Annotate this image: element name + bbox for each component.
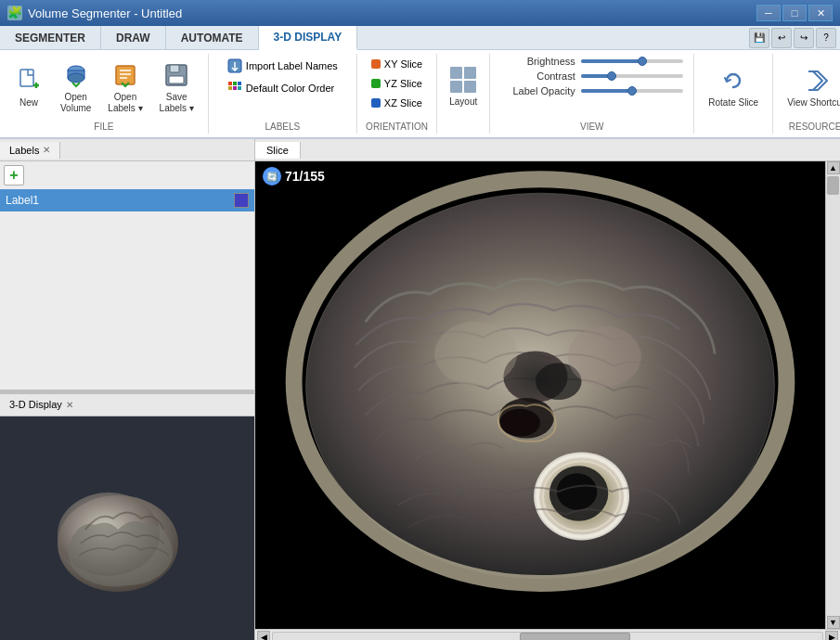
rotate-slice-button[interactable]: Rotate Slice xyxy=(702,61,765,113)
contrast-slider[interactable] xyxy=(581,74,683,78)
new-label: New xyxy=(19,97,38,109)
minimize-button[interactable]: ─ xyxy=(756,5,781,21)
import-label-names-label: Import Label Names xyxy=(246,60,338,71)
default-color-order-label: Default Color Order xyxy=(246,83,334,94)
label-opacity-row: Label Opacity xyxy=(501,85,683,96)
brightness-thumb[interactable] xyxy=(638,57,647,66)
display-3d-close[interactable]: ✕ xyxy=(66,400,73,410)
vert-scroll-thumb[interactable] xyxy=(827,176,839,195)
new-button[interactable]: New xyxy=(7,61,50,113)
file-group-label: FILE xyxy=(94,122,113,132)
labels-tab[interactable]: Labels ✕ xyxy=(0,142,60,159)
tab-automate[interactable]: AUTOMATE xyxy=(166,26,259,49)
tab-draw[interactable]: DRAW xyxy=(101,26,166,49)
tab-3d-display[interactable]: 3-D DISPLAY xyxy=(259,26,358,50)
left-panel: Labels ✕ + Label1 3-D Display ✕ xyxy=(0,139,255,640)
vertical-scrollbar[interactable]: ▲ ▼ xyxy=(825,161,840,629)
svg-rect-17 xyxy=(238,82,241,85)
svg-rect-11 xyxy=(170,65,179,72)
label-opacity-thumb[interactable] xyxy=(627,86,637,96)
display-3d-tab[interactable]: 3-D Display ✕ xyxy=(0,396,83,413)
labels-tab-close[interactable]: ✕ xyxy=(43,145,50,155)
brightness-slider[interactable] xyxy=(581,59,683,63)
svg-rect-18 xyxy=(228,86,232,90)
label-opacity-fill xyxy=(581,89,632,93)
file-group: New OpenVolume xyxy=(0,54,209,134)
ribbon-redo-btn[interactable]: ↪ xyxy=(794,28,814,48)
slice-tab[interactable]: Slice xyxy=(255,142,301,159)
ribbon-help-btn[interactable]: ? xyxy=(816,28,836,48)
open-volume-button[interactable]: OpenVolume xyxy=(54,56,97,119)
xz-dot xyxy=(371,98,381,108)
import-label-names-button[interactable]: Import Label Names xyxy=(221,56,344,76)
xy-slice-label: XY Slice xyxy=(384,58,422,70)
layout-cell-4 xyxy=(464,81,476,93)
rotate-icon xyxy=(718,66,748,96)
svg-rect-19 xyxy=(233,86,237,90)
layout-cell-2 xyxy=(464,67,476,79)
close-button[interactable]: ✕ xyxy=(808,5,833,21)
shortcuts-group-content: View Shortcuts xyxy=(781,56,840,132)
svg-point-5 xyxy=(68,73,84,83)
labels-group: Import Label Names Default Color Order L… xyxy=(209,54,357,134)
layout-grid-icon xyxy=(450,67,476,93)
display-3d-label: 3-D Display xyxy=(9,399,62,410)
labels-tab-label: Labels xyxy=(9,145,39,156)
contrast-row: Contrast xyxy=(501,70,683,82)
view-group-content: Brightness Contrast Label Opacity xyxy=(501,56,683,132)
label-item-label1[interactable]: Label1 xyxy=(0,189,254,211)
ribbon-save-btn[interactable]: 💾 xyxy=(749,28,769,48)
default-color-order-button[interactable]: Default Color Order xyxy=(221,78,341,98)
scroll-track[interactable] xyxy=(272,632,823,641)
svg-rect-12 xyxy=(169,76,184,83)
display-3d-header: 3-D Display ✕ xyxy=(0,394,254,416)
xy-dot xyxy=(371,59,381,69)
label1-name: Label1 xyxy=(6,194,39,207)
tab-segmenter[interactable]: SEGMENTER xyxy=(0,26,101,49)
svg-point-36 xyxy=(499,409,540,437)
scroll-up-arrow[interactable]: ▲ xyxy=(827,161,840,174)
view-group: Brightness Contrast Label Opacity xyxy=(490,54,694,134)
save-labels-button[interactable]: SaveLabels ▾ xyxy=(153,56,200,119)
orientation-group: XY Slice YZ Slice XZ Slice ORIENTATION xyxy=(357,54,437,134)
vert-scroll-track[interactable] xyxy=(826,174,840,616)
yz-dot xyxy=(371,79,381,88)
add-label-button[interactable]: + xyxy=(4,165,24,186)
import-icon xyxy=(227,58,242,73)
scroll-right-arrow[interactable]: ▶ xyxy=(825,631,838,641)
label-opacity-label: Label Opacity xyxy=(501,85,575,96)
yz-slice-label: YZ Slice xyxy=(384,78,422,89)
scroll-left-arrow[interactable]: ◀ xyxy=(257,631,270,641)
brightness-label: Brightness xyxy=(501,56,575,67)
orientation-group-label: ORIENTATION xyxy=(366,122,428,132)
horizontal-scrollbar: ◀ ▶ xyxy=(255,629,840,640)
scroll-thumb[interactable] xyxy=(520,633,629,641)
maximize-button[interactable]: □ xyxy=(782,5,807,21)
labels-content: + Label1 xyxy=(0,161,254,390)
brain-3d-svg xyxy=(34,455,220,604)
label-opacity-slider[interactable] xyxy=(581,89,683,93)
slice-main: 🔄 71/155 xyxy=(255,161,840,629)
slice-canvas[interactable]: 🔄 71/155 xyxy=(255,161,825,629)
yz-slice-button[interactable]: YZ Slice xyxy=(365,75,429,92)
title-bar-left: 🧩 Volume Segmenter - Untitled xyxy=(7,6,182,20)
svg-rect-0 xyxy=(20,70,33,86)
mri-brain-svg xyxy=(255,161,825,629)
brightness-row: Brightness xyxy=(501,56,683,67)
shortcuts-group: View Shortcuts RESOURCES xyxy=(773,54,840,134)
scroll-down-arrow[interactable]: ▼ xyxy=(827,616,840,629)
rotate-group: Rotate Slice xyxy=(694,54,773,134)
layout-group: Layout xyxy=(437,54,490,134)
svg-rect-16 xyxy=(233,82,237,85)
view-shortcuts-button[interactable]: View Shortcuts xyxy=(781,61,840,113)
app-icon: 🧩 xyxy=(7,6,22,20)
layout-button[interactable]: Layout xyxy=(445,62,482,112)
contrast-thumb[interactable] xyxy=(607,71,616,81)
xy-slice-button[interactable]: XY Slice xyxy=(365,56,429,72)
window-title: Volume Segmenter - Untitled xyxy=(28,6,182,20)
save-labels-icon xyxy=(162,60,191,90)
xz-slice-button[interactable]: XZ Slice xyxy=(365,95,429,111)
ribbon-undo-btn[interactable]: ↩ xyxy=(771,28,792,48)
svg-rect-6 xyxy=(116,66,135,84)
open-labels-button[interactable]: OpenLabels ▾ xyxy=(101,56,149,119)
